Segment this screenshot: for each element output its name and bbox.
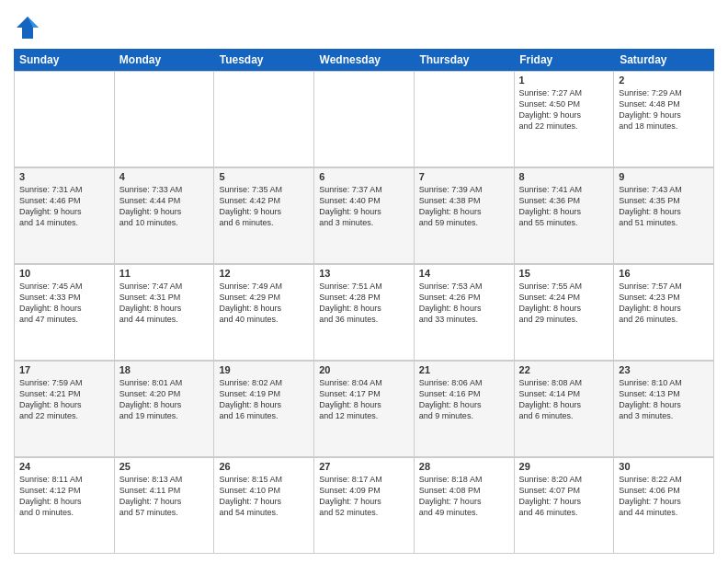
- day-number: 19: [219, 364, 309, 375]
- day-number: 5: [219, 171, 309, 182]
- day-info: Sunrise: 8:04 AM Sunset: 4:17 PM Dayligh…: [319, 377, 409, 422]
- calendar-cell: [415, 72, 515, 167]
- day-info: Sunrise: 8:15 AM Sunset: 4:10 PM Dayligh…: [219, 474, 309, 519]
- calendar-cell: 27Sunrise: 8:17 AM Sunset: 4:09 PM Dayli…: [314, 458, 415, 554]
- day-info: Sunrise: 7:31 AM Sunset: 4:46 PM Dayligh…: [19, 184, 109, 229]
- calendar: SundayMondayTuesdayWednesdayThursdayFrid…: [14, 49, 714, 554]
- calendar-cell: 19Sunrise: 8:02 AM Sunset: 4:19 PM Dayli…: [214, 362, 314, 457]
- calendar-cell: 14Sunrise: 7:53 AM Sunset: 4:26 PM Dayli…: [415, 265, 515, 361]
- day-number: 24: [19, 461, 109, 472]
- day-info: Sunrise: 7:43 AM Sunset: 4:35 PM Dayligh…: [619, 184, 709, 229]
- calendar-week-row: 17Sunrise: 7:59 AM Sunset: 4:21 PM Dayli…: [14, 361, 714, 457]
- calendar-week-row: 10Sunrise: 7:45 AM Sunset: 4:33 PM Dayli…: [14, 264, 714, 361]
- day-number: 9: [619, 171, 709, 182]
- calendar-cell: 22Sunrise: 8:08 AM Sunset: 4:14 PM Dayli…: [515, 362, 615, 457]
- day-info: Sunrise: 7:53 AM Sunset: 4:26 PM Dayligh…: [419, 281, 509, 326]
- day-info: Sunrise: 7:51 AM Sunset: 4:28 PM Dayligh…: [319, 281, 409, 326]
- day-info: Sunrise: 7:27 AM Sunset: 4:50 PM Dayligh…: [519, 87, 609, 132]
- calendar-cell: 16Sunrise: 7:57 AM Sunset: 4:23 PM Dayli…: [614, 265, 714, 361]
- day-number: 11: [119, 268, 210, 279]
- calendar-cell: 29Sunrise: 8:20 AM Sunset: 4:07 PM Dayli…: [515, 458, 615, 554]
- calendar-cell: [214, 72, 314, 167]
- day-info: Sunrise: 8:17 AM Sunset: 4:09 PM Dayligh…: [319, 474, 409, 519]
- weekday-header: Sunday: [14, 49, 114, 71]
- day-info: Sunrise: 7:45 AM Sunset: 4:33 PM Dayligh…: [19, 281, 109, 326]
- calendar-cell: 11Sunrise: 7:47 AM Sunset: 4:31 PM Dayli…: [115, 265, 215, 361]
- weekday-header: Saturday: [614, 49, 714, 71]
- day-number: 15: [519, 268, 609, 279]
- day-number: 2: [619, 75, 709, 86]
- day-number: 10: [19, 268, 109, 279]
- day-number: 13: [319, 268, 409, 279]
- day-number: 8: [519, 171, 609, 182]
- day-info: Sunrise: 8:13 AM Sunset: 4:11 PM Dayligh…: [119, 474, 210, 519]
- calendar-cell: 12Sunrise: 7:49 AM Sunset: 4:29 PM Dayli…: [214, 265, 314, 361]
- calendar-header: SundayMondayTuesdayWednesdayThursdayFrid…: [14, 49, 714, 71]
- calendar-cell: 3Sunrise: 7:31 AM Sunset: 4:46 PM Daylig…: [15, 168, 115, 264]
- calendar-cell: 18Sunrise: 8:01 AM Sunset: 4:20 PM Dayli…: [115, 362, 215, 457]
- calendar-cell: 26Sunrise: 8:15 AM Sunset: 4:10 PM Dayli…: [214, 458, 314, 554]
- weekday-header: Tuesday: [214, 49, 314, 71]
- weekday-header: Wednesday: [314, 49, 415, 71]
- day-info: Sunrise: 8:02 AM Sunset: 4:19 PM Dayligh…: [219, 377, 309, 422]
- day-info: Sunrise: 7:33 AM Sunset: 4:44 PM Dayligh…: [119, 184, 210, 229]
- day-number: 17: [19, 364, 109, 375]
- day-number: 16: [619, 268, 709, 279]
- day-info: Sunrise: 8:06 AM Sunset: 4:16 PM Dayligh…: [419, 377, 509, 422]
- weekday-header: Monday: [114, 49, 214, 71]
- day-info: Sunrise: 8:22 AM Sunset: 4:06 PM Dayligh…: [619, 474, 709, 519]
- day-info: Sunrise: 7:39 AM Sunset: 4:38 PM Dayligh…: [419, 184, 509, 229]
- day-info: Sunrise: 7:55 AM Sunset: 4:24 PM Dayligh…: [519, 281, 609, 326]
- day-number: 1: [519, 75, 609, 86]
- day-info: Sunrise: 8:20 AM Sunset: 4:07 PM Dayligh…: [519, 474, 609, 519]
- calendar-cell: 17Sunrise: 7:59 AM Sunset: 4:21 PM Dayli…: [15, 362, 115, 457]
- day-number: 3: [19, 171, 109, 182]
- calendar-cell: 5Sunrise: 7:35 AM Sunset: 4:42 PM Daylig…: [214, 168, 314, 264]
- day-number: 23: [619, 364, 709, 375]
- calendar-cell: 30Sunrise: 8:22 AM Sunset: 4:06 PM Dayli…: [614, 458, 714, 554]
- calendar-cell: 2Sunrise: 7:29 AM Sunset: 4:48 PM Daylig…: [614, 72, 714, 167]
- calendar-cell: 9Sunrise: 7:43 AM Sunset: 4:35 PM Daylig…: [614, 168, 714, 264]
- calendar-cell: 6Sunrise: 7:37 AM Sunset: 4:40 PM Daylig…: [314, 168, 415, 264]
- calendar-week-row: 3Sunrise: 7:31 AM Sunset: 4:46 PM Daylig…: [14, 167, 714, 264]
- calendar-cell: [15, 72, 115, 167]
- day-info: Sunrise: 7:35 AM Sunset: 4:42 PM Dayligh…: [219, 184, 309, 229]
- day-number: 29: [519, 461, 609, 472]
- day-info: Sunrise: 8:11 AM Sunset: 4:12 PM Dayligh…: [19, 474, 109, 519]
- calendar-cell: 21Sunrise: 8:06 AM Sunset: 4:16 PM Dayli…: [415, 362, 515, 457]
- calendar-cell: 20Sunrise: 8:04 AM Sunset: 4:17 PM Dayli…: [314, 362, 415, 457]
- calendar-body: 1Sunrise: 7:27 AM Sunset: 4:50 PM Daylig…: [14, 71, 714, 554]
- day-number: 25: [119, 461, 210, 472]
- page: SundayMondayTuesdayWednesdayThursdayFrid…: [0, 0, 728, 563]
- calendar-cell: 7Sunrise: 7:39 AM Sunset: 4:38 PM Daylig…: [415, 168, 515, 264]
- day-number: 14: [419, 268, 509, 279]
- day-info: Sunrise: 7:29 AM Sunset: 4:48 PM Dayligh…: [619, 87, 709, 132]
- day-number: 27: [319, 461, 409, 472]
- logo-icon: [14, 14, 41, 41]
- day-number: 18: [119, 364, 210, 375]
- day-info: Sunrise: 8:10 AM Sunset: 4:13 PM Dayligh…: [619, 377, 709, 422]
- logo: [14, 14, 45, 41]
- day-info: Sunrise: 8:01 AM Sunset: 4:20 PM Dayligh…: [119, 377, 210, 422]
- day-info: Sunrise: 7:59 AM Sunset: 4:21 PM Dayligh…: [19, 377, 109, 422]
- day-number: 26: [219, 461, 309, 472]
- weekday-header: Thursday: [414, 49, 514, 71]
- day-number: 7: [419, 171, 509, 182]
- day-number: 20: [319, 364, 409, 375]
- calendar-cell: 13Sunrise: 7:51 AM Sunset: 4:28 PM Dayli…: [314, 265, 415, 361]
- day-info: Sunrise: 7:49 AM Sunset: 4:29 PM Dayligh…: [219, 281, 309, 326]
- calendar-cell: [115, 72, 215, 167]
- day-info: Sunrise: 8:18 AM Sunset: 4:08 PM Dayligh…: [419, 474, 509, 519]
- calendar-cell: 10Sunrise: 7:45 AM Sunset: 4:33 PM Dayli…: [15, 265, 115, 361]
- day-info: Sunrise: 7:41 AM Sunset: 4:36 PM Dayligh…: [519, 184, 609, 229]
- day-info: Sunrise: 8:08 AM Sunset: 4:14 PM Dayligh…: [519, 377, 609, 422]
- day-info: Sunrise: 7:57 AM Sunset: 4:23 PM Dayligh…: [619, 281, 709, 326]
- calendar-cell: 28Sunrise: 8:18 AM Sunset: 4:08 PM Dayli…: [415, 458, 515, 554]
- day-number: 6: [319, 171, 409, 182]
- day-number: 22: [519, 364, 609, 375]
- calendar-cell: 23Sunrise: 8:10 AM Sunset: 4:13 PM Dayli…: [614, 362, 714, 457]
- calendar-week-row: 24Sunrise: 8:11 AM Sunset: 4:12 PM Dayli…: [14, 457, 714, 554]
- day-number: 21: [419, 364, 509, 375]
- day-number: 4: [119, 171, 210, 182]
- calendar-cell: 1Sunrise: 7:27 AM Sunset: 4:50 PM Daylig…: [515, 72, 615, 167]
